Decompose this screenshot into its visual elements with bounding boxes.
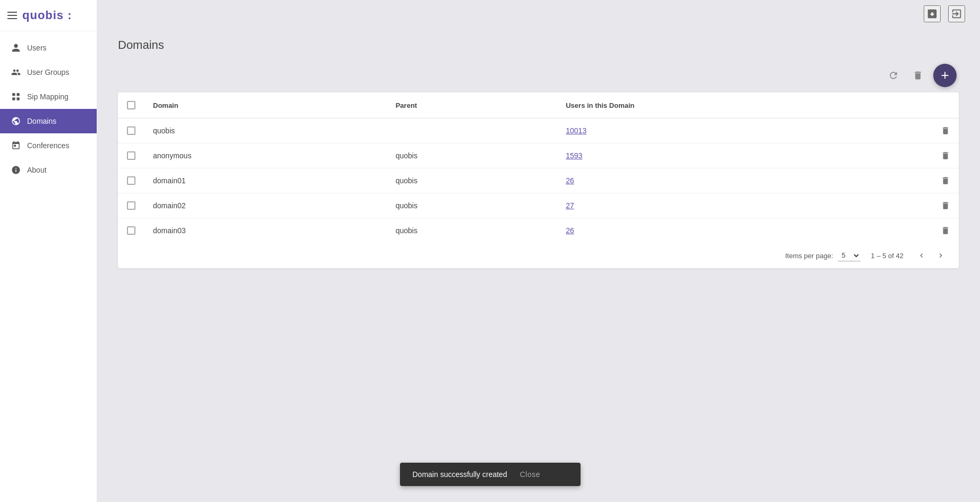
grid-icon xyxy=(11,92,21,101)
row-parent-0 xyxy=(387,118,558,143)
row-checkbox-cell-1[interactable] xyxy=(118,143,144,168)
row-delete-cell-1[interactable] xyxy=(932,143,959,168)
row-checkbox-3[interactable] xyxy=(127,201,135,210)
row-checkbox-2[interactable] xyxy=(127,176,135,185)
row-checkbox-4[interactable] xyxy=(127,226,135,235)
page-title: Domains xyxy=(118,38,959,52)
sidebar-item-conferences[interactable]: Conferences xyxy=(0,133,97,158)
sidebar-label-sip-mapping: Sip Mapping xyxy=(27,92,69,101)
logout-icon[interactable] xyxy=(948,5,965,22)
row-checkbox-cell-2[interactable] xyxy=(118,168,144,193)
sidebar-nav: Users User Groups Sip Mapping xyxy=(0,31,97,186)
delete-row-button-3[interactable] xyxy=(941,201,950,210)
users-count-link-3[interactable]: 27 xyxy=(566,201,574,210)
row-checkbox-cell-4[interactable] xyxy=(118,218,144,243)
info-icon xyxy=(11,165,21,175)
person-icon xyxy=(11,43,21,53)
sidebar-label-users: Users xyxy=(27,44,47,52)
items-per-page-label: Items per page: xyxy=(785,252,833,260)
pagination: Items per page: 5 10 25 1 – 5 of 42 xyxy=(118,243,959,268)
sidebar: quobis : Users User Groups xyxy=(0,0,97,502)
sidebar-item-domains[interactable]: Domains xyxy=(0,109,97,133)
toast-message: Domain successfully created xyxy=(413,470,507,479)
sidebar-item-about[interactable]: About xyxy=(0,158,97,182)
globe-icon xyxy=(11,116,21,126)
sidebar-header: quobis : xyxy=(0,0,97,31)
items-per-page: Items per page: 5 10 25 xyxy=(785,250,860,261)
add-icon: + xyxy=(941,68,949,82)
table-row: quobis 10013 xyxy=(118,118,959,143)
row-domain-1: anonymous xyxy=(144,143,387,168)
row-delete-cell-0[interactable] xyxy=(932,118,959,143)
page-content: Domains + xyxy=(97,28,980,502)
row-domain-0: quobis xyxy=(144,118,387,143)
prev-page-button[interactable] xyxy=(914,248,929,263)
row-delete-cell-2[interactable] xyxy=(932,168,959,193)
row-checkbox-1[interactable] xyxy=(127,151,135,160)
sidebar-item-sip-mapping[interactable]: Sip Mapping xyxy=(0,84,97,109)
toast-close-button[interactable]: Close xyxy=(520,470,540,479)
table-row: domain02 quobis 27 xyxy=(118,193,959,218)
sidebar-item-user-groups[interactable]: User Groups xyxy=(0,60,97,84)
calendar-icon xyxy=(11,141,21,150)
refresh-button[interactable] xyxy=(884,66,902,84)
row-users-0[interactable]: 10013 xyxy=(557,118,932,143)
select-all-checkbox[interactable] xyxy=(127,101,135,109)
table-row: domain03 quobis 26 xyxy=(118,218,959,243)
page-info: 1 – 5 of 42 xyxy=(871,252,904,260)
domains-table-container: Domain Parent Users in this Domain quobi… xyxy=(118,92,959,268)
row-users-2[interactable]: 26 xyxy=(557,168,932,193)
main-content: Domains + xyxy=(97,0,980,502)
toast-notification: Domain successfully created Close xyxy=(400,463,581,486)
table-row: domain01 quobis 26 xyxy=(118,168,959,193)
table-header-row: Domain Parent Users in this Domain xyxy=(118,92,959,118)
row-users-3[interactable]: 27 xyxy=(557,193,932,218)
row-checkbox-cell-0[interactable] xyxy=(118,118,144,143)
row-domain-3: domain02 xyxy=(144,193,387,218)
header-parent: Parent xyxy=(387,92,558,118)
add-domain-button[interactable]: + xyxy=(933,64,957,87)
upload-icon[interactable] xyxy=(924,5,941,22)
users-count-link-4[interactable]: 26 xyxy=(566,226,574,235)
delete-row-button-1[interactable] xyxy=(941,151,950,160)
per-page-select[interactable]: 5 10 25 xyxy=(838,250,860,261)
logo-text: quobis : xyxy=(22,8,72,22)
table-row: anonymous quobis 1593 xyxy=(118,143,959,168)
domains-table: Domain Parent Users in this Domain quobi… xyxy=(118,92,959,243)
row-delete-cell-4[interactable] xyxy=(932,218,959,243)
users-count-link-0[interactable]: 10013 xyxy=(566,126,586,135)
row-checkbox-cell-3[interactable] xyxy=(118,193,144,218)
action-bar: + xyxy=(118,64,959,87)
delete-row-button-0[interactable] xyxy=(941,126,950,135)
topbar xyxy=(97,0,980,28)
row-parent-1: quobis xyxy=(387,143,558,168)
header-checkbox[interactable] xyxy=(118,92,144,118)
row-users-4[interactable]: 26 xyxy=(557,218,932,243)
table-body: quobis 10013 anonymous quobis 1593 xyxy=(118,118,959,243)
row-parent-3: quobis xyxy=(387,193,558,218)
row-checkbox-0[interactable] xyxy=(127,126,135,135)
row-delete-cell-3[interactable] xyxy=(932,193,959,218)
delete-row-button-4[interactable] xyxy=(941,226,950,235)
sidebar-item-users[interactable]: Users xyxy=(0,36,97,60)
hamburger-icon[interactable] xyxy=(7,12,17,19)
sidebar-label-conferences: Conferences xyxy=(27,141,69,150)
row-parent-2: quobis xyxy=(387,168,558,193)
sidebar-label-domains: Domains xyxy=(27,117,56,125)
row-parent-4: quobis xyxy=(387,218,558,243)
page-nav xyxy=(914,248,948,263)
delete-row-button-2[interactable] xyxy=(941,176,950,185)
header-actions xyxy=(932,92,959,118)
users-count-link-1[interactable]: 1593 xyxy=(566,151,582,160)
delete-selected-button[interactable] xyxy=(909,66,927,84)
sidebar-label-about: About xyxy=(27,166,47,174)
row-domain-2: domain01 xyxy=(144,168,387,193)
row-domain-4: domain03 xyxy=(144,218,387,243)
sidebar-label-user-groups: User Groups xyxy=(27,68,69,76)
header-users-in-domain: Users in this Domain xyxy=(557,92,932,118)
users-count-link-2[interactable]: 26 xyxy=(566,176,574,185)
header-domain: Domain xyxy=(144,92,387,118)
row-users-1[interactable]: 1593 xyxy=(557,143,932,168)
group-icon xyxy=(11,67,21,77)
next-page-button[interactable] xyxy=(933,248,948,263)
